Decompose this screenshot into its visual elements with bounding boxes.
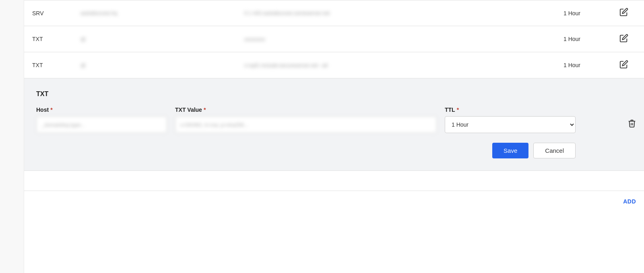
- form-type-label: TXT: [36, 90, 576, 98]
- edit-icon[interactable]: [619, 34, 628, 45]
- row-type: TXT: [32, 36, 80, 42]
- row-type: SRV: [32, 10, 80, 16]
- row-ttl: 1 Hour: [564, 36, 612, 42]
- host-field-group: Host *: [36, 107, 167, 133]
- row-ttl: 1 Hour: [564, 10, 612, 16]
- txt-value-input[interactable]: [175, 116, 437, 133]
- edit-icon[interactable]: [619, 60, 628, 71]
- txt-value-label-text: TXT Value: [175, 107, 202, 113]
- table-row: TXT @ xxxxxxxx 1 Hour: [24, 26, 644, 52]
- sidebar: [0, 0, 24, 273]
- row-value: xxxxxxxx: [244, 36, 564, 42]
- txt-value-field-group: TXT Value *: [175, 107, 437, 133]
- txt-value-label: TXT Value *: [175, 107, 437, 113]
- ttl-field-group: TTL * 1 Hour 30 Minutes 1 Day Custom: [445, 107, 576, 133]
- ttl-label-text: TTL: [445, 107, 455, 113]
- row-value: 0 1 443 autodiscover.someserver.net: [244, 10, 564, 16]
- add-button[interactable]: ADD: [623, 198, 636, 205]
- table-row: TXT @ v=spf1 include:secureserver.net ~a…: [24, 52, 644, 78]
- cancel-button[interactable]: Cancel: [533, 143, 576, 158]
- row-edit-action[interactable]: [612, 34, 636, 45]
- host-required: *: [50, 107, 52, 113]
- edit-icon[interactable]: [619, 8, 628, 18]
- edit-panel: TXT Host * TXT Valu: [24, 78, 620, 170]
- row-ttl: 1 Hour: [564, 62, 612, 68]
- dns-table: SRV autodiscover.hq 0 1 443 autodiscover…: [24, 0, 644, 191]
- host-input[interactable]: [36, 116, 167, 133]
- delete-action[interactable]: [620, 78, 644, 170]
- main-content: SRV autodiscover.hq 0 1 443 autodiscover…: [24, 0, 644, 273]
- row-host: @: [80, 36, 244, 42]
- txt-value-required: *: [204, 107, 206, 113]
- ttl-label: TTL *: [445, 107, 576, 113]
- ttl-select[interactable]: 1 Hour 30 Minutes 1 Day Custom: [445, 116, 576, 133]
- row-edit-action[interactable]: [612, 8, 636, 18]
- ttl-required: *: [457, 107, 459, 113]
- host-label: Host *: [36, 107, 167, 113]
- table-row: SRV autodiscover.hq 0 1 443 autodiscover…: [24, 0, 644, 26]
- form-row: Host * TXT Value *: [36, 107, 576, 133]
- host-label-text: Host: [36, 107, 49, 113]
- page-wrapper: SRV autodiscover.hq 0 1 443 autodiscover…: [0, 0, 644, 273]
- empty-row: [24, 171, 644, 191]
- save-button[interactable]: Save: [492, 143, 528, 158]
- row-type: TXT: [32, 62, 80, 68]
- form-actions: Save Cancel: [36, 143, 576, 158]
- row-host: @: [80, 62, 244, 68]
- row-host: autodiscover.hq: [80, 10, 244, 16]
- delete-icon[interactable]: [627, 119, 636, 130]
- add-section: ADD: [24, 191, 644, 212]
- row-edit-action[interactable]: [612, 60, 636, 71]
- row-value: v=spf1 include:secureserver.net ~all: [244, 62, 564, 68]
- edit-panel-row: TXT Host * TXT Valu: [24, 78, 644, 171]
